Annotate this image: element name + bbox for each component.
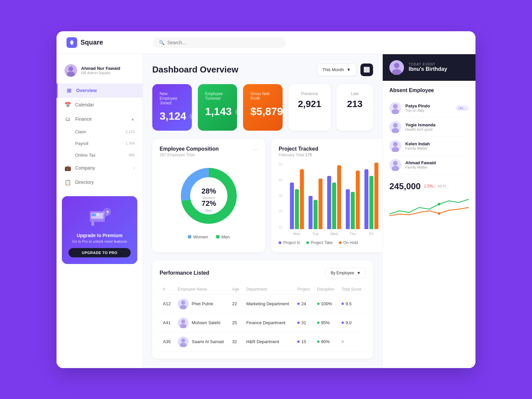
stat-value-2: $5,879 — [250, 105, 283, 118]
mini-chart-value: 245,000 — [389, 181, 421, 192]
charts-row: Employee Composition 287 Employee Total … — [152, 139, 373, 252]
logo-icon — [66, 37, 77, 48]
legend-project-in: Project In — [279, 240, 300, 245]
stats-row: New Employee Joined 3,124 +2.5% ↑ Employ… — [152, 84, 373, 131]
col-discipline: Discipline — [314, 284, 338, 295]
col-age: Age — [229, 284, 243, 295]
row-discipline: 100% — [314, 294, 338, 313]
disc-dot — [317, 303, 320, 305]
calendar-icon: 📅 — [65, 102, 71, 108]
absent-avatar — [389, 140, 401, 152]
absent-reason: Health isn't good — [405, 127, 436, 131]
score-dot — [341, 322, 344, 324]
by-employee-chevron: ▼ — [357, 271, 361, 275]
stat-label-1: Employee Turnover — [205, 91, 230, 101]
finance-submenu: Claim 2,123 Payroll 1,764 Online Tax 986 — [57, 126, 143, 161]
bar-group-wed — [327, 165, 341, 229]
row-score: 9.5 — [338, 294, 366, 313]
svg-point-28 — [393, 123, 398, 128]
legend-project-take: Project Take — [306, 240, 333, 245]
svg-point-1 — [68, 66, 73, 71]
this-month-label: This Month — [323, 67, 344, 72]
score-dot — [341, 340, 344, 343]
legend-in-label: Project In — [283, 240, 300, 245]
performance-card: Performance Listed By Employee ▼ # Emplo… — [152, 260, 373, 359]
export-button[interactable]: ⬜ — [360, 64, 373, 76]
sub-item-tax[interactable]: Online Tax 986 — [75, 149, 135, 161]
sidebar-item-overview[interactable]: ⊞ Overview — [57, 83, 143, 98]
sidebar-item-company[interactable]: 💼 Company › — [57, 161, 143, 175]
absent-name: Kelen Indah — [405, 141, 430, 146]
sidebar-item-finance[interactable]: 🗂 Finance ▲ — [57, 112, 143, 126]
svg-rect-6 — [96, 213, 99, 214]
chevron-right-icon: › — [133, 166, 135, 170]
absent-item: Ahmad Fawaid Family Matter — [389, 156, 469, 175]
mini-chart-label: All Pl... — [438, 184, 449, 188]
by-employee-label: By Employee — [331, 271, 354, 275]
bar-chart-inner: 5040302010 — [279, 163, 382, 229]
day-mon: Mon — [290, 232, 304, 236]
donut-subtitle: 287 Employee Total — [160, 153, 219, 157]
employee-composition-card: Employee Composition 287 Employee Total … — [152, 139, 265, 252]
avatar — [65, 64, 77, 77]
this-month-button[interactable]: This Month ▼ — [317, 64, 356, 76]
event-info: TODAY EVENT Ibnu's Birthday — [409, 63, 447, 72]
side-stat-presence: Presence 2,921 — [289, 84, 331, 131]
export-icon: ⬜ — [363, 66, 370, 73]
stat-value-1: 1,143 — [205, 105, 232, 118]
search-bar[interactable]: 🔍 — [153, 37, 286, 48]
sub-item-payroll[interactable]: Payroll 1,764 — [75, 138, 135, 149]
men-dot — [216, 235, 219, 238]
bar-legend: Project In Project Take On Hold — [279, 240, 382, 245]
project-dot — [297, 303, 300, 305]
bar-mon-hold — [300, 169, 304, 229]
row-name: Mohsen Salehi — [175, 313, 229, 332]
dot-take — [306, 241, 309, 244]
donut-title: Employee Composition — [160, 146, 219, 152]
svg-point-22 — [181, 338, 185, 342]
svg-point-24 — [394, 63, 399, 68]
donut-menu-icon[interactable]: ··· — [253, 146, 258, 153]
absent-list: Patya Pindo Trip on Italy Un... Yogie Is… — [389, 99, 469, 175]
absent-info: Patya Pindo Trip on Italy — [405, 103, 430, 112]
men-label: Men — [221, 234, 230, 239]
svg-point-2 — [67, 71, 75, 77]
col-project: Project — [294, 284, 314, 295]
absent-avatar — [389, 102, 401, 114]
absent-info: Yogie Ismanda Health isn't good — [405, 122, 436, 131]
by-employee-button[interactable]: By Employee ▼ — [326, 268, 366, 278]
search-input[interactable] — [167, 40, 280, 45]
stat-label-2: Gross Nett Profit — [250, 91, 275, 101]
absent-avatar — [389, 159, 401, 171]
sidebar-calendar-label: Calendar — [75, 102, 94, 107]
late-value: 213 — [346, 99, 364, 109]
logo-area: Square — [66, 37, 153, 48]
sidebar-item-calendar[interactable]: 📅 Calendar — [57, 98, 143, 112]
svg-point-32 — [393, 161, 398, 166]
performance-table: # Employee Name Age Department Project D… — [160, 284, 366, 351]
event-avatar — [389, 60, 404, 75]
absent-item: Kelen Indah Family Matter — [389, 137, 469, 156]
stat-card-turnover: Employee Turnover 1,143 +6.5% ↓ — [198, 84, 237, 131]
absent-item: Yogie Ismanda Health isn't good — [389, 118, 469, 137]
user-role: HR Admin Square — [81, 71, 120, 75]
svg-rect-5 — [92, 213, 96, 216]
mini-badge-text: 1.5%↓ — [424, 184, 435, 189]
sub-item-claim[interactable]: Claim 2,123 — [75, 126, 135, 138]
stat-badge-1: +6.5% — [235, 108, 237, 115]
header: Square 🔍 — [57, 31, 475, 54]
sidebar-item-directory[interactable]: 📋 Directory — [57, 175, 143, 190]
sidebar-company-label: Company — [75, 165, 95, 171]
row-dept: Marketing Department — [243, 294, 294, 313]
women-label: Women — [193, 234, 208, 239]
presence-value: 2,921 — [298, 99, 321, 109]
project-dot — [297, 340, 300, 343]
absent-reason: Family Matter — [405, 146, 430, 150]
main-layout: Ahmad Nur Fawaid HR Admin Square ⊞ Overv… — [57, 54, 475, 368]
svg-point-23 — [180, 343, 187, 347]
bar-group-fri — [364, 163, 378, 229]
stat-value-0: 3,124 — [160, 110, 186, 122]
upgrade-button[interactable]: UPGRADE TO PRO — [68, 248, 131, 257]
absent-info: Ahmad Fawaid Family Matter — [405, 160, 436, 169]
svg-point-33 — [392, 166, 399, 171]
